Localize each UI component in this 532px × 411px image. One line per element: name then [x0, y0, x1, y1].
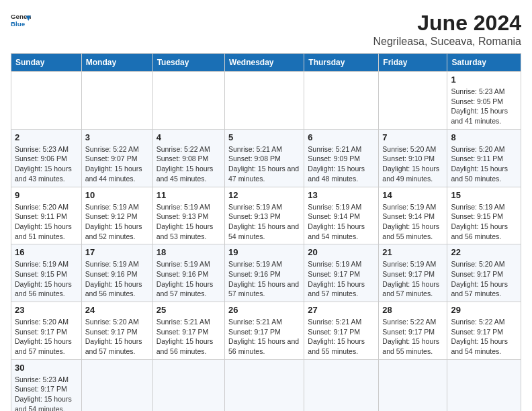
day-info: Sunrise: 5:20 AMSunset: 9:17 PMDaylight:…	[85, 317, 149, 357]
day-number: 25	[157, 305, 221, 315]
sunset-text: Sunset: 9:17 PM	[382, 327, 443, 337]
calendar-day-cell	[81, 72, 152, 130]
daylight-text: Daylight: 15 hours and 56 minutes.	[85, 279, 149, 299]
calendar-day-cell	[152, 72, 224, 130]
sunset-text: Sunset: 9:17 PM	[382, 269, 443, 279]
calendar-day-cell: 7Sunrise: 5:20 AMSunset: 9:10 PMDaylight…	[379, 129, 447, 187]
calendar-day-cell	[225, 72, 304, 130]
daylight-text: Daylight: 15 hours and 47 minutes.	[228, 164, 300, 183]
daylight-text: Daylight: 15 hours and 55 minutes.	[382, 222, 443, 241]
calendar-day-cell: 6Sunrise: 5:21 AMSunset: 9:09 PMDaylight…	[304, 129, 379, 187]
daylight-text: Daylight: 15 hours and 41 minutes.	[451, 106, 517, 126]
day-info: Sunrise: 5:20 AMSunset: 9:11 PMDaylight:…	[451, 144, 517, 184]
sunset-text: Sunset: 9:06 PM	[15, 154, 78, 164]
calendar-day-cell	[81, 359, 152, 411]
day-info: Sunrise: 5:20 AMSunset: 9:10 PMDaylight:…	[382, 144, 443, 184]
day-number: 4	[157, 132, 221, 142]
day-number: 8	[451, 132, 517, 142]
day-number: 12	[228, 190, 300, 200]
day-number: 14	[382, 190, 443, 200]
day-number: 18	[157, 247, 221, 257]
daylight-text: Daylight: 15 hours and 57 minutes.	[157, 279, 221, 299]
sunrise-text: Sunrise: 5:20 AM	[451, 144, 517, 154]
weekday-header-cell: Friday	[379, 54, 447, 72]
day-number: 23	[15, 305, 78, 315]
sunset-text: Sunset: 9:08 PM	[157, 154, 221, 164]
calendar-day-cell: 25Sunrise: 5:21 AMSunset: 9:17 PMDayligh…	[152, 302, 224, 360]
calendar-day-cell	[304, 359, 379, 411]
calendar-week-row: 23Sunrise: 5:20 AMSunset: 9:17 PMDayligh…	[11, 302, 521, 360]
day-info: Sunrise: 5:19 AMSunset: 9:17 PMDaylight:…	[308, 259, 375, 299]
daylight-text: Daylight: 15 hours and 57 minutes.	[228, 279, 300, 299]
daylight-text: Daylight: 15 hours and 44 minutes.	[85, 164, 149, 183]
calendar-day-cell: 12Sunrise: 5:19 AMSunset: 9:13 PMDayligh…	[225, 187, 304, 244]
sunrise-text: Sunrise: 5:21 AM	[308, 317, 375, 327]
sunset-text: Sunset: 9:11 PM	[451, 154, 517, 164]
sunrise-text: Sunrise: 5:19 AM	[308, 202, 375, 212]
daylight-text: Daylight: 15 hours and 54 minutes.	[308, 222, 375, 241]
daylight-text: Daylight: 15 hours and 51 minutes.	[15, 222, 78, 241]
sunrise-text: Sunrise: 5:19 AM	[382, 259, 443, 269]
sunset-text: Sunset: 9:14 PM	[308, 212, 375, 222]
day-info: Sunrise: 5:22 AMSunset: 9:07 PMDaylight:…	[85, 144, 149, 184]
weekday-header-cell: Thursday	[304, 54, 379, 72]
day-number: 24	[85, 305, 149, 315]
day-number: 19	[228, 247, 300, 257]
day-number: 6	[308, 132, 375, 142]
day-info: Sunrise: 5:19 AMSunset: 9:15 PMDaylight:…	[451, 202, 517, 242]
day-info: Sunrise: 5:20 AMSunset: 9:17 PMDaylight:…	[451, 259, 517, 299]
sunset-text: Sunset: 9:17 PM	[157, 327, 221, 337]
sunset-text: Sunset: 9:17 PM	[15, 384, 78, 394]
daylight-text: Daylight: 15 hours and 54 minutes.	[15, 394, 78, 411]
daylight-text: Daylight: 15 hours and 56 minutes.	[157, 336, 221, 356]
day-number: 21	[382, 247, 443, 257]
daylight-text: Daylight: 15 hours and 56 minutes.	[228, 336, 300, 356]
sunrise-text: Sunrise: 5:22 AM	[451, 317, 517, 327]
sunrise-text: Sunrise: 5:20 AM	[15, 202, 78, 212]
weekday-header-cell: Monday	[81, 54, 152, 72]
calendar-day-cell: 23Sunrise: 5:20 AMSunset: 9:17 PMDayligh…	[11, 302, 82, 360]
day-info: Sunrise: 5:19 AMSunset: 9:16 PMDaylight:…	[157, 259, 221, 299]
sunrise-text: Sunrise: 5:22 AM	[157, 144, 221, 154]
sunset-text: Sunset: 9:08 PM	[228, 154, 300, 164]
sunrise-text: Sunrise: 5:21 AM	[157, 317, 221, 327]
svg-text:Blue: Blue	[11, 20, 26, 28]
daylight-text: Daylight: 15 hours and 56 minutes.	[15, 279, 78, 299]
calendar-day-cell	[225, 359, 304, 411]
daylight-text: Daylight: 15 hours and 55 minutes.	[382, 336, 443, 356]
daylight-text: Daylight: 15 hours and 57 minutes.	[451, 279, 517, 299]
daylight-text: Daylight: 15 hours and 57 minutes.	[85, 336, 149, 356]
daylight-text: Daylight: 15 hours and 52 minutes.	[85, 222, 149, 241]
daylight-text: Daylight: 15 hours and 56 minutes.	[451, 222, 517, 241]
sunset-text: Sunset: 9:10 PM	[382, 154, 443, 164]
calendar-day-cell	[447, 359, 521, 411]
day-number: 10	[85, 190, 149, 200]
daylight-text: Daylight: 15 hours and 57 minutes.	[382, 279, 443, 299]
day-info: Sunrise: 5:19 AMSunset: 9:14 PMDaylight:…	[308, 202, 375, 242]
day-number: 26	[228, 305, 300, 315]
day-number: 2	[15, 132, 78, 142]
sunset-text: Sunset: 9:17 PM	[308, 269, 375, 279]
daylight-text: Daylight: 15 hours and 57 minutes.	[308, 279, 375, 299]
calendar-week-row: 30Sunrise: 5:23 AMSunset: 9:17 PMDayligh…	[11, 359, 521, 411]
sunrise-text: Sunrise: 5:19 AM	[85, 202, 149, 212]
sunrise-text: Sunrise: 5:19 AM	[157, 202, 221, 212]
calendar-day-cell: 13Sunrise: 5:19 AMSunset: 9:14 PMDayligh…	[304, 187, 379, 244]
calendar-week-row: 2Sunrise: 5:23 AMSunset: 9:06 PMDaylight…	[11, 129, 521, 187]
calendar-day-cell: 15Sunrise: 5:19 AMSunset: 9:15 PMDayligh…	[447, 187, 521, 244]
sunrise-text: Sunrise: 5:21 AM	[228, 144, 300, 154]
day-info: Sunrise: 5:21 AMSunset: 9:17 PMDaylight:…	[228, 317, 300, 357]
daylight-text: Daylight: 15 hours and 57 minutes.	[15, 336, 78, 356]
day-number: 30	[15, 363, 78, 373]
calendar-day-cell	[11, 72, 82, 130]
day-number: 29	[451, 305, 517, 315]
day-info: Sunrise: 5:23 AMSunset: 9:05 PMDaylight:…	[451, 87, 517, 126]
sunrise-text: Sunrise: 5:23 AM	[15, 144, 78, 154]
calendar-day-cell: 24Sunrise: 5:20 AMSunset: 9:17 PMDayligh…	[81, 302, 152, 360]
calendar-day-cell: 16Sunrise: 5:19 AMSunset: 9:15 PMDayligh…	[11, 244, 82, 302]
sunrise-text: Sunrise: 5:19 AM	[451, 202, 517, 212]
sunset-text: Sunset: 9:05 PM	[451, 97, 517, 107]
sunset-text: Sunset: 9:17 PM	[451, 327, 517, 337]
calendar-day-cell: 5Sunrise: 5:21 AMSunset: 9:08 PMDaylight…	[225, 129, 304, 187]
daylight-text: Daylight: 15 hours and 54 minutes.	[451, 336, 517, 356]
